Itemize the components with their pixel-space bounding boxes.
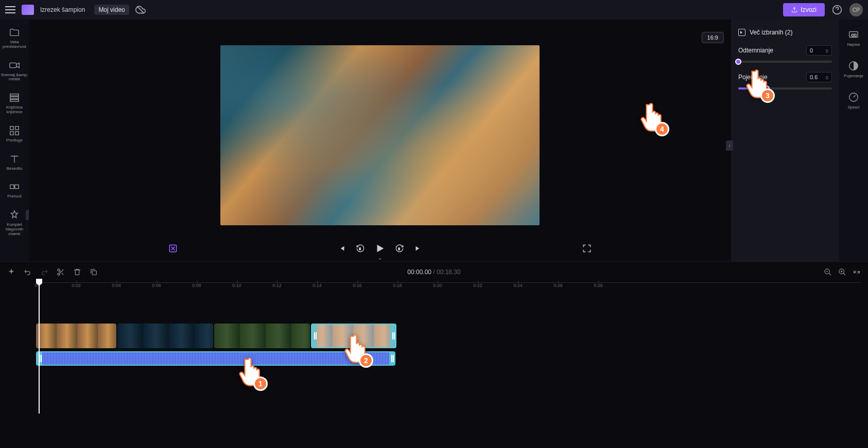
captions-tab[interactable]: CC Napise	[847, 29, 860, 47]
fade-out-property: Pojemanje 0.6 s	[738, 72, 832, 89]
video-clip-3[interactable]	[214, 324, 310, 348]
nav-templates[interactable]: Predloge	[6, 125, 23, 143]
nav-label: Snemaj &amp; create	[0, 73, 29, 82]
speed-label: Speed	[847, 105, 859, 110]
collapse-timeline-icon[interactable]: ⌄	[377, 254, 383, 261]
aspect-ratio-button[interactable]: 16:9	[702, 32, 724, 43]
timeline-ruler[interactable]: 00:020:040:060:080:100:120:140:160:180:2…	[36, 282, 861, 293]
waveform	[37, 352, 394, 365]
user-avatar[interactable]: CP	[849, 3, 863, 16]
cloud-sync-icon[interactable]	[135, 5, 146, 15]
skip-start-icon[interactable]	[337, 244, 346, 253]
nav-transitions[interactable]: Prehodi	[7, 181, 22, 199]
svg-rect-5	[10, 100, 19, 102]
main-area: Vaša predstavnost Snemaj &amp; create Kn…	[0, 20, 868, 261]
library-icon	[9, 92, 20, 103]
svg-rect-11	[15, 185, 19, 189]
ruler-tick: 0:20	[433, 283, 442, 288]
fullscreen-icon[interactable]	[582, 243, 592, 254]
video-track	[36, 324, 861, 348]
fade-out-slider[interactable]	[738, 87, 832, 89]
fade-in-input[interactable]: 0 s	[806, 45, 832, 56]
svg-rect-21	[92, 271, 96, 275]
project-name-input[interactable]: Moj video	[94, 5, 129, 15]
fade-icon	[848, 60, 859, 71]
properties-panel: › Več izbranih (2) Odtemnianje 0 s Pojem…	[731, 20, 839, 261]
fit-zoom-icon[interactable]	[853, 268, 861, 276]
duplicate-icon[interactable]	[90, 268, 98, 276]
app-logo[interactable]	[22, 5, 34, 15]
header-right: Izvozi CP	[783, 3, 863, 16]
ruler-tick: 0:22	[473, 283, 482, 288]
ruler-tick: 0:04	[112, 283, 121, 288]
nav-your-media[interactable]: Vaša predstavnost	[0, 27, 29, 49]
nav-library[interactable]: Knjižnica knjižnice	[0, 92, 29, 115]
sparkle-icon[interactable]	[7, 268, 15, 276]
fade-out-value: 0.6	[810, 74, 818, 80]
magic-tool-icon[interactable]	[168, 243, 178, 254]
audio-trim-right[interactable]	[389, 352, 394, 365]
nav-brand-kit[interactable]: Komplet blagovnih znamk	[0, 209, 29, 236]
svg-text:5: 5	[359, 247, 361, 250]
captions-icon: CC	[848, 29, 859, 40]
fade-tab[interactable]: Pojemanje	[844, 60, 863, 78]
slider-thumb[interactable]	[763, 85, 770, 92]
nav-label: Besedilo	[7, 167, 23, 171]
zoom-out-icon[interactable]	[824, 268, 832, 276]
menu-icon[interactable]	[5, 6, 15, 13]
ruler-tick: 0:10	[232, 283, 241, 288]
redo-icon[interactable]	[40, 268, 48, 276]
fade-out-input[interactable]: 0.6 s	[806, 72, 832, 82]
trash-icon[interactable]	[73, 268, 81, 276]
skip-end-icon[interactable]	[413, 244, 423, 253]
ruler-tick: 0:08	[192, 283, 201, 288]
total-duration: 00:18.30	[437, 268, 461, 276]
nav-text[interactable]: Besedilo	[7, 153, 23, 171]
captions-label: Napise	[847, 42, 860, 47]
zoom-in-icon[interactable]	[838, 268, 846, 276]
ruler-tick: 0:18	[393, 283, 402, 288]
ruler-tick: 0:06	[152, 283, 161, 288]
audio-trim-left[interactable]	[37, 352, 42, 365]
play-icon[interactable]	[374, 243, 386, 254]
video-preview[interactable]	[220, 45, 540, 225]
ruler-tick: 0:12	[272, 283, 282, 288]
svg-text:CC: CC	[851, 33, 857, 38]
svg-point-20	[58, 273, 60, 275]
undo-icon[interactable]	[24, 268, 32, 276]
fade-in-unit: s	[826, 47, 829, 53]
svg-rect-3	[10, 94, 19, 96]
slider-thumb[interactable]	[735, 59, 741, 65]
forward-icon[interactable]: 5	[395, 244, 404, 253]
transition-icon	[9, 181, 20, 192]
breadcrumb[interactable]: Izrezek šampion	[40, 6, 85, 13]
audio-clip-selected[interactable]	[36, 351, 395, 366]
export-button[interactable]: Izvozi	[783, 3, 825, 16]
expand-properties-button[interactable]: ›	[726, 140, 733, 151]
speed-tab[interactable]: Speed	[847, 92, 859, 110]
fade-in-value: 0	[810, 47, 813, 53]
nav-label: Vaša predstavnost	[0, 40, 29, 49]
video-clip-1[interactable]	[36, 324, 116, 348]
ruler-tick: 0:16	[353, 283, 362, 288]
timeline-zoom	[824, 268, 861, 276]
clip-trim-left[interactable]	[312, 325, 317, 347]
nav-record[interactable]: Snemaj &amp; create	[0, 60, 29, 82]
fade-in-slider[interactable]	[738, 61, 832, 63]
current-time: 00:00.00	[407, 268, 431, 276]
svg-line-0	[137, 6, 144, 13]
export-label: Izvozi	[801, 6, 817, 13]
nav-label: Knjižnica knjižnice	[0, 105, 29, 115]
help-icon[interactable]	[832, 5, 842, 15]
selection-header: Več izbranih (2)	[738, 29, 832, 36]
grid-icon	[9, 125, 20, 136]
clip-trim-right[interactable]	[390, 325, 395, 347]
scissors-icon[interactable]	[57, 268, 65, 276]
timeline-toolbar: 00:00.00 / 00:18.30	[0, 262, 868, 282]
nav-label: Predloge	[6, 138, 23, 143]
ruler-tick: 0:14	[313, 283, 322, 288]
header-left: Izrezek šampion Moj video	[5, 5, 146, 15]
video-clip-4-selected[interactable]	[311, 324, 396, 348]
rewind-icon[interactable]: 5	[356, 244, 365, 253]
video-clip-2[interactable]	[117, 324, 213, 348]
